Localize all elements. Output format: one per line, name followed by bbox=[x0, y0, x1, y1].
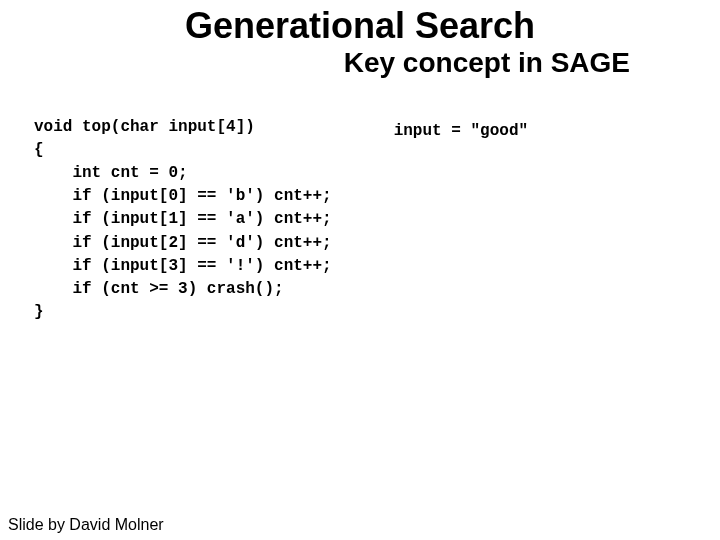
slide-title: Generational Search bbox=[0, 6, 720, 46]
content-row: void top(char input[4]) { int cnt = 0; i… bbox=[0, 92, 720, 347]
code-line: if (input[0] == 'b') cnt++; bbox=[34, 187, 332, 205]
code-line: void top(char input[4]) bbox=[34, 118, 255, 136]
code-line: if (cnt >= 3) crash(); bbox=[34, 280, 284, 298]
slide-subtitle: Key concept in SAGE bbox=[0, 48, 630, 79]
code-line: if (input[1] == 'a') cnt++; bbox=[34, 210, 332, 228]
code-line: { bbox=[34, 141, 44, 159]
code-block: void top(char input[4]) { int cnt = 0; i… bbox=[34, 92, 332, 347]
code-line: } bbox=[34, 303, 44, 321]
code-line: int cnt = 0; bbox=[34, 164, 188, 182]
code-line: if (input[3] == '!') cnt++; bbox=[34, 257, 332, 275]
input-note: input = "good" bbox=[394, 122, 528, 347]
slide-footer: Slide by David Molner bbox=[8, 516, 164, 534]
slide: Generational Search Key concept in SAGE … bbox=[0, 6, 720, 540]
code-line: if (input[2] == 'd') cnt++; bbox=[34, 234, 332, 252]
